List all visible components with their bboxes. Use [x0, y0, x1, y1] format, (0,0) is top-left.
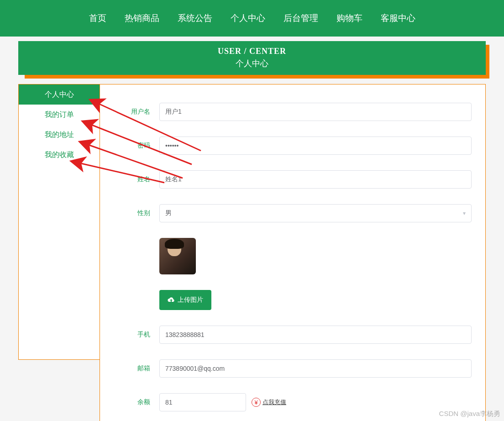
- gender-select[interactable]: 男 ▾: [159, 204, 472, 222]
- sidebar-item-user-center[interactable]: 个人中心: [19, 84, 100, 105]
- yen-icon: ¥: [252, 398, 261, 407]
- label-balance: 余额: [114, 398, 159, 406]
- sidebar-item-address[interactable]: 我的地址: [19, 125, 100, 145]
- top-nav: 首页 热销商品 系统公告 个人中心 后台管理 购物车 客服中心: [0, 0, 504, 37]
- form-panel: 用户名 密码 姓名 性别 男 ▾: [100, 84, 486, 421]
- nav-admin[interactable]: 后台管理: [274, 12, 327, 24]
- banner-title-en: USER / CENTER: [18, 47, 486, 56]
- nav-user-center[interactable]: 个人中心: [221, 12, 274, 24]
- sidebar: 个人中心 我的订单 我的地址 我的收藏: [18, 84, 100, 360]
- username-input[interactable]: [159, 103, 472, 121]
- recharge-link[interactable]: 点我充值: [262, 398, 286, 406]
- page-banner: USER / CENTER 个人中心: [18, 41, 486, 75]
- nav-notice[interactable]: 系统公告: [168, 12, 221, 24]
- gender-value: 男: [165, 209, 172, 217]
- cloud-upload-icon: [168, 296, 175, 304]
- nav-service[interactable]: 客服中心: [372, 12, 425, 24]
- email-input[interactable]: [159, 359, 472, 378]
- sidebar-item-favorites[interactable]: 我的收藏: [19, 145, 100, 165]
- avatar: [159, 238, 196, 274]
- nav-cart[interactable]: 购物车: [327, 12, 372, 24]
- sidebar-item-orders[interactable]: 我的订单: [19, 105, 100, 125]
- label-password: 密码: [114, 142, 159, 150]
- nav-hot[interactable]: 热销商品: [116, 12, 168, 24]
- password-input[interactable]: [159, 137, 472, 155]
- phone-input[interactable]: [159, 326, 472, 344]
- label-email: 邮箱: [114, 364, 159, 373]
- label-username: 用户名: [114, 108, 159, 116]
- nav-home[interactable]: 首页: [80, 12, 116, 24]
- watermark: CSDN @java李杨勇: [439, 410, 500, 418]
- label-phone: 手机: [114, 331, 159, 339]
- upload-image-button[interactable]: 上传图片: [159, 290, 211, 310]
- label-realname: 姓名: [114, 175, 159, 184]
- label-gender: 性别: [114, 209, 159, 217]
- banner-title-zh: 个人中心: [18, 58, 486, 69]
- upload-label: 上传图片: [178, 296, 203, 304]
- chevron-down-icon: ▾: [463, 210, 466, 216]
- realname-input[interactable]: [159, 170, 472, 189]
- balance-input[interactable]: [159, 393, 246, 411]
